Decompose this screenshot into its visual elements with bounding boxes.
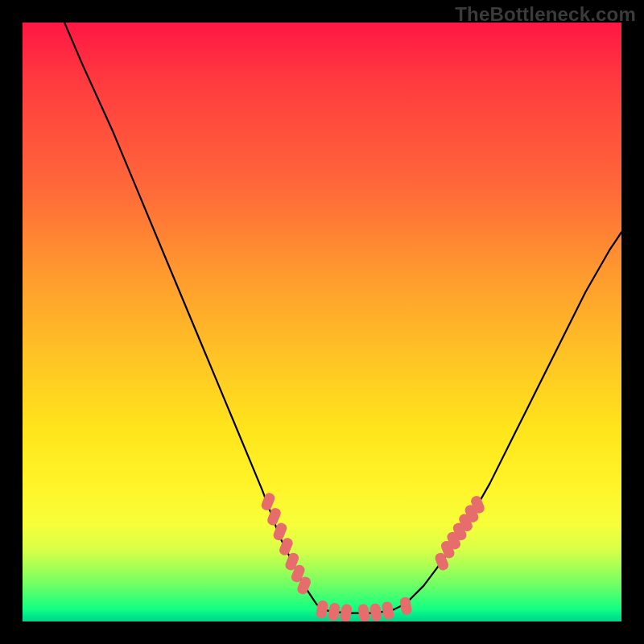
data-marker (339, 604, 353, 621)
plot-area (23, 23, 621, 621)
chart-frame: TheBottleneck.com (0, 0, 644, 644)
curve-right-curve (406, 232, 621, 603)
curve-group (64, 23, 621, 613)
data-marker (316, 600, 329, 619)
data-marker (328, 602, 341, 621)
data-marker (382, 601, 395, 621)
data-marker (369, 603, 383, 621)
curve-svg (23, 23, 621, 621)
marker-group (260, 492, 486, 621)
data-marker (357, 604, 371, 621)
curve-left-curve (64, 23, 322, 609)
watermark-text: TheBottleneck.com (455, 3, 636, 26)
